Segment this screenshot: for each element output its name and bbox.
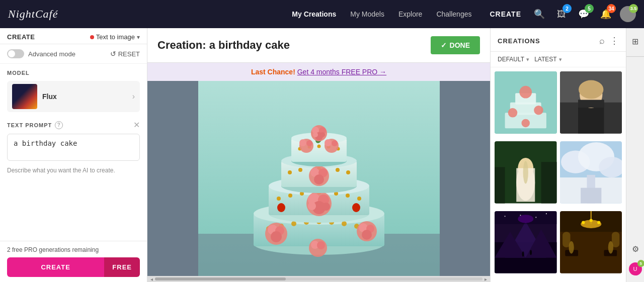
nav-create-button[interactable]: CREATE [490,10,521,18]
nav-explore[interactable]: Explore [398,10,422,18]
main-content: Creation: a birthday cake ✓ DONE Last Ch… [147,28,490,282]
more-options-button[interactable]: ⋮ [610,35,619,46]
user-edge-icon[interactable]: U 5 [628,262,642,276]
svg-point-54 [314,174,324,184]
svg-point-28 [277,197,281,201]
create-main-button[interactable]: CREATE [7,257,104,277]
advanced-mode-toggle-row: Advanced mode [7,49,75,58]
mode-dot [90,35,94,39]
logo: NightCafé [8,8,58,21]
creations-label: CREATIONS [498,37,540,45]
svg-point-121 [582,221,585,224]
nav-challenges[interactable]: Challenges [436,10,471,18]
horizontal-scrollbar[interactable]: ◂ ▸ [147,276,490,282]
reset-label: RESET [118,50,140,58]
create-free-button[interactable]: FREE [104,257,140,277]
clear-prompt-icon[interactable]: ✕ [133,120,140,130]
done-button[interactable]: ✓ DONE [431,36,480,54]
latest-filter-chevron-icon: ▾ [559,56,562,63]
notification-badge: 34 [607,4,616,13]
chat-icon-button[interactable]: 💬 5 [576,6,592,22]
sidebar-create-label: CREATE [7,33,35,41]
right-edge-panel: ⊞ ⚙ U 5 [626,28,644,282]
svg-point-46 [288,170,292,174]
svg-point-7 [291,221,296,226]
grid-view-icon[interactable]: ⊞ [628,34,642,48]
svg-point-96 [523,161,528,183]
scrollbar-track[interactable] [155,277,482,280]
mode-select-button[interactable]: Text to image ▾ [90,33,140,41]
svg-point-81 [508,108,518,118]
svg-point-64 [299,139,306,146]
sidebar-header: CREATE Text to image ▾ [0,28,147,44]
model-name: Flux [42,92,132,101]
creation-thumb-cake[interactable] [495,71,557,134]
model-thumb-inner [12,84,37,109]
advanced-row: Advanced mode ↺ RESET [0,44,147,64]
svg-point-24 [317,241,325,249]
svg-point-114 [546,213,547,214]
scroll-right-icon[interactable]: ▸ [482,276,489,282]
creation-thumb-woman[interactable] [560,71,622,134]
svg-point-122 [589,219,592,222]
search-icon-button[interactable]: 🔍 [531,6,547,22]
svg-point-21 [362,230,372,240]
nav-my-creations[interactable]: My Creations [292,10,336,18]
right-header-icons: ⌕ ⋮ [599,35,619,46]
model-card[interactable]: Flux › [7,81,140,112]
creation-thumb-clouds[interactable] [560,141,622,204]
reset-button[interactable]: ↺ RESET [110,50,140,58]
default-filter-label: DEFAULT [498,56,524,63]
advanced-mode-label: Advanced mode [28,50,75,58]
sidebar-footer: 2 free PRO generations remaining CREATE … [0,241,147,282]
svg-point-47 [298,168,302,172]
svg-point-33 [346,194,350,198]
creation-thumb-forest[interactable] [495,141,557,204]
svg-point-50 [346,170,350,174]
latest-filter-button[interactable]: LATEST ▾ [534,56,561,63]
svg-point-41 [277,203,285,212]
done-label: DONE [450,41,470,49]
user-avatar[interactable]: 3.5 [620,6,636,22]
default-filter-button[interactable]: DEFAULT ▾ [498,56,529,63]
svg-point-34 [357,197,361,201]
promo-link[interactable]: Get 4 months FREE PRO → [297,68,386,76]
creation-image-area [147,81,490,276]
svg-rect-129 [611,232,619,247]
mode-label: Text to image [96,33,135,41]
svg-point-116 [530,250,532,255]
text-prompt-header: TEXT PROMPT ? ✕ [7,120,140,130]
done-check-icon: ✓ [441,41,447,49]
user-badge: 3.5 [629,4,638,13]
right-sidebar: CREATIONS ⌕ ⋮ DEFAULT ▾ LATEST ▾ [490,28,626,282]
svg-point-67 [325,139,332,146]
creation-thumb-hall[interactable] [560,211,622,273]
toggle-knob [8,50,15,57]
svg-rect-110 [495,211,557,224]
main-layout: CREATE Text to image ▾ Advanced mode ↺ R… [0,28,644,282]
svg-point-65 [306,140,312,146]
settings-icon[interactable]: ⚙ [628,242,642,256]
svg-rect-103 [581,188,601,204]
help-icon[interactable]: ? [55,121,63,129]
advanced-mode-toggle[interactable] [7,49,24,58]
notification-icon-button[interactable]: 🔔 34 [598,6,614,22]
svg-point-74 [313,132,318,137]
svg-point-123 [597,221,600,224]
svg-rect-89 [578,100,604,108]
svg-point-29 [288,194,292,198]
prompt-input[interactable]: a birthday cake [7,134,140,161]
chat-badge: 5 [585,4,594,13]
nav-my-models[interactable]: My Models [350,10,384,18]
creation-title: Creation: a birthday cake [157,39,290,52]
model-arrow-icon: › [132,92,135,101]
svg-point-112 [520,215,521,216]
creation-thumb-purple[interactable] [495,211,557,273]
svg-point-17 [271,231,282,242]
gallery-icon-button[interactable]: 🖼 2 [553,6,570,22]
scroll-left-icon[interactable]: ◂ [148,276,155,282]
svg-point-115 [522,251,524,256]
svg-rect-92 [541,162,557,203]
search-creations-button[interactable]: ⌕ [599,36,605,46]
latest-filter-label: LATEST [534,56,556,63]
